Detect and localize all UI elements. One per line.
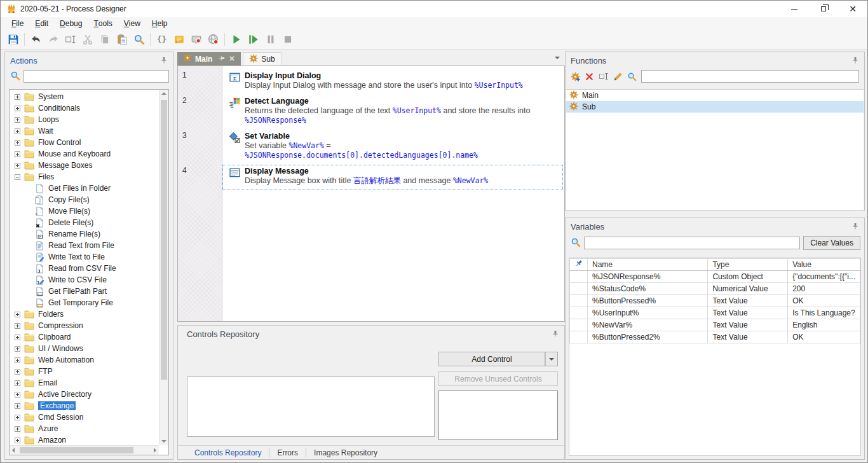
controls-pin-icon[interactable]: [552, 330, 559, 338]
tree-message-boxes[interactable]: Message Boxes: [10, 160, 158, 171]
tree-get-filepath-part[interactable]: Get FilePath Part: [10, 286, 158, 297]
expand-icon[interactable]: [15, 128, 20, 134]
step-set-variable[interactable]: 3Set VariableSet variable %NewVar% = %JS…: [178, 130, 564, 165]
tree-rename-file-s[interactable]: Rename File(s): [10, 228, 158, 240]
bottom-tab-images-repository[interactable]: Images Repository: [306, 448, 385, 457]
stop-icon[interactable]: [279, 31, 296, 48]
tree-delete-file-s[interactable]: Delete File(s): [10, 217, 158, 228]
variable-row[interactable]: %NewVar%Text ValueEnglish: [570, 319, 860, 331]
expand-icon[interactable]: [15, 403, 20, 409]
menu-debug[interactable]: Debug: [54, 17, 88, 29]
expand-icon[interactable]: [15, 335, 20, 340]
tree-clipboard[interactable]: Clipboard: [10, 331, 158, 343]
expand-icon[interactable]: [15, 415, 20, 420]
column-header-name[interactable]: Name: [588, 259, 708, 271]
column-header-value[interactable]: Value: [788, 259, 860, 271]
minimize-button[interactable]: [780, 1, 809, 17]
tree-compression[interactable]: Compression: [10, 320, 158, 331]
expand-icon[interactable]: [15, 140, 20, 146]
expand-icon[interactable]: [15, 106, 20, 111]
copy-icon[interactable]: [96, 31, 113, 48]
step-detect-language[interactable]: 2Detect LanguageReturns the detected lan…: [178, 95, 564, 130]
close-button[interactable]: ✕: [838, 1, 867, 17]
tree-azure[interactable]: Azure: [10, 423, 158, 434]
save-icon[interactable]: [4, 31, 22, 48]
tree-active-directory[interactable]: Active Directory: [10, 389, 158, 400]
expand-icon[interactable]: [15, 426, 20, 432]
edit-function-icon[interactable]: [613, 72, 623, 81]
tree-email[interactable]: Email: [10, 377, 158, 389]
variables-search-input[interactable]: [584, 237, 800, 249]
variables-pin-icon[interactable]: [851, 223, 859, 230]
expand-icon[interactable]: [15, 323, 20, 329]
actions-tree-vscrollbar[interactable]: [159, 90, 168, 445]
screen-recorder-icon[interactable]: [187, 31, 205, 48]
tab-sub[interactable]: Sub: [243, 52, 281, 66]
delete-function-icon[interactable]: [585, 72, 594, 81]
tree-write-to-csv-file[interactable]: Write to CSV File: [10, 274, 158, 286]
tree-ftp[interactable]: FTP: [10, 366, 158, 377]
run-from-here-icon[interactable]: [245, 31, 262, 48]
collapse-icon[interactable]: [15, 174, 20, 180]
expand-icon[interactable]: [15, 94, 20, 100]
actions-pin-icon[interactable]: [160, 57, 168, 64]
menu-edit[interactable]: Edit: [29, 17, 54, 29]
function-sub[interactable]: Sub: [566, 101, 864, 113]
remove-unused-controls-button[interactable]: Remove Unused Controls: [438, 371, 558, 386]
restore-button[interactable]: [809, 1, 838, 17]
expand-icon[interactable]: [15, 151, 20, 157]
tree-exchange[interactable]: Exchange: [10, 400, 158, 411]
rename-function-icon[interactable]: [599, 71, 609, 81]
tree-get-temporary-file[interactable]: Get Temporary File: [10, 297, 158, 308]
tree-copy-file-s[interactable]: Copy File(s): [10, 194, 158, 205]
variable-row[interactable]: %StatusCode%Numerical Value200: [570, 283, 860, 295]
bottom-tab-errors[interactable]: Errors: [269, 448, 306, 457]
rename-icon[interactable]: [62, 31, 79, 48]
controls-list[interactable]: [187, 377, 435, 437]
expand-icon[interactable]: [15, 163, 20, 169]
tree-system[interactable]: System: [10, 91, 158, 102]
cut-icon[interactable]: [79, 31, 96, 48]
pin-column-header[interactable]: [570, 259, 588, 271]
tree-write-text-to-file[interactable]: Write Text to File: [10, 251, 158, 263]
log-note-icon[interactable]: [170, 31, 187, 48]
tree-ui-windows[interactable]: UI / Windows: [10, 343, 158, 354]
variable-row[interactable]: %ButtonPressed%Text ValueOK: [570, 295, 860, 307]
expand-icon[interactable]: [15, 346, 20, 352]
functions-search-input[interactable]: [641, 70, 859, 83]
tree-loops[interactable]: Loops: [10, 114, 158, 125]
step-display-message[interactable]: 4Display MessageDisplay Message box with…: [178, 165, 564, 190]
pause-icon[interactable]: [262, 31, 279, 48]
step-display-input-dialog[interactable]: 1Display Input DialogDisplay Input Dialo…: [178, 69, 564, 95]
variable-row[interactable]: %ButtonPressed2%Text ValueOK: [570, 331, 860, 343]
menu-tools[interactable]: Tools: [88, 17, 118, 29]
add-control-dropdown[interactable]: [545, 352, 558, 366]
menu-file[interactable]: File: [6, 17, 29, 29]
add-control-button[interactable]: Add Control: [438, 352, 545, 366]
tree-conditionals[interactable]: Conditionals: [10, 102, 158, 114]
tree-files[interactable]: Files: [10, 171, 158, 183]
tree-web-automation[interactable]: Web Automation: [10, 354, 158, 366]
expand-icon[interactable]: [15, 392, 20, 397]
tree-flow-control[interactable]: Flow Control: [10, 137, 158, 148]
add-function-icon[interactable]: [571, 72, 580, 81]
actions-tree-hscrollbar[interactable]: [10, 445, 159, 455]
search-icon[interactable]: [130, 31, 147, 48]
clear-values-button[interactable]: Clear Values: [803, 236, 860, 250]
expand-icon[interactable]: [15, 357, 20, 363]
tab-main[interactable]: Main: [177, 52, 241, 66]
menu-view[interactable]: View: [118, 17, 146, 29]
tab-pin-icon[interactable]: [218, 55, 225, 64]
tree-folders[interactable]: Folders: [10, 308, 158, 320]
tab-list-chevron-icon[interactable]: [555, 57, 560, 62]
redo-icon[interactable]: [44, 31, 62, 48]
expand-icon[interactable]: [15, 117, 20, 123]
undo-icon[interactable]: [27, 31, 44, 48]
functions-pin-icon[interactable]: [851, 57, 859, 64]
tree-read-from-csv-file[interactable]: Read from CSV File: [10, 263, 158, 274]
tree-read-text-from-file[interactable]: Read Text from File: [10, 240, 158, 251]
expand-icon[interactable]: [15, 369, 20, 375]
column-header-type[interactable]: Type: [708, 259, 788, 271]
actions-search-input[interactable]: [24, 70, 169, 83]
tab-close-icon[interactable]: [229, 55, 235, 64]
